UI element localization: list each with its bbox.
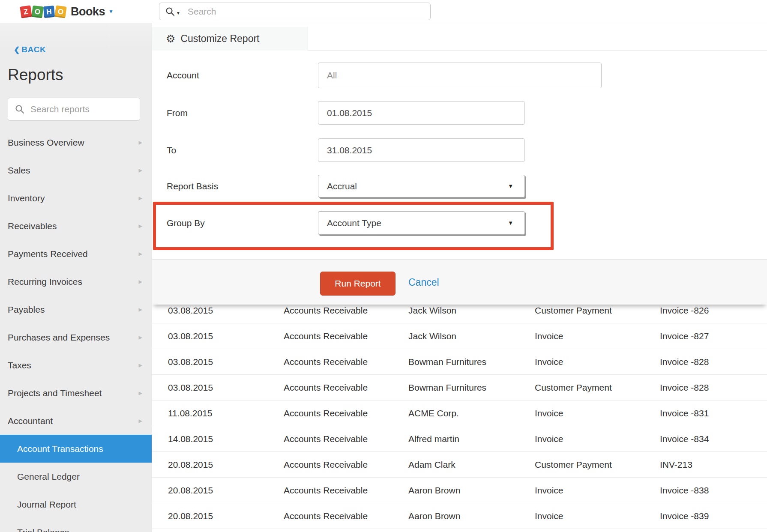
cell-reference: Invoice -838 [660,485,767,496]
zoho-logo-tiles: ZOHO [21,6,67,18]
cell-contact: Alfred martin [408,434,535,444]
sidebar-category-label: Projects and Timesheet [8,388,138,398]
chevron-right-icon: ▸ [138,333,142,342]
sidebar-item-business-overview[interactable]: Business Overview ▸ [0,129,152,156]
sidebar-category-label: Sales [8,165,138,176]
cancel-link[interactable]: Cancel [408,260,439,305]
sidebar-item-inventory[interactable]: Inventory ▸ [0,184,152,212]
logo-tile: O [31,5,43,18]
cell-account: Accounts Receivable [284,383,408,393]
back-chevron-icon: ❮ [14,45,20,54]
table-row[interactable]: 20.08.2015 Accounts Receivable Aaron Bro… [152,503,767,529]
sidebar-category-label: Inventory [8,193,138,203]
report-basis-value: Accrual [327,181,508,191]
cell-reference: INV-213 [660,460,767,470]
sidebar-category-label: Payments Received [8,249,138,259]
sidebar-item-general-ledger[interactable]: General Ledger [0,463,152,490]
cell-account: Accounts Receivable [284,511,408,521]
sidebar-category-label: Receivables [8,221,138,231]
cell-date: 20.08.2015 [168,460,284,470]
table-row[interactable]: 20.08.2015 Accounts Receivable Aaron Bro… [152,478,767,503]
sidebar-item-projects-and-timesheet[interactable]: Projects and Timesheet ▸ [0,379,152,407]
sidebar-item-taxes[interactable]: Taxes ▸ [0,351,152,379]
sidebar-item-purchases-and-expenses[interactable]: Purchases and Expenses ▸ [0,323,152,351]
sidebar-item-recurring-invoices[interactable]: Recurring Invoices ▸ [0,268,152,296]
chevron-right-icon: ▸ [138,416,142,425]
report-basis-select[interactable]: Accrual ▼ [318,175,525,197]
sidebar-item-account-transactions[interactable]: Account Transactions [0,435,152,463]
back-link[interactable]: ❮ BACK [14,44,46,56]
sidebar-category-label: Recurring Invoices [8,277,138,287]
chevron-right-icon: ▸ [138,305,142,314]
gear-icon: ⚙ [166,33,175,44]
cell-account: Accounts Receivable [284,305,408,316]
cell-contact: Aaron Brown [408,511,535,521]
sidebar-nav: Business Overview ▸ Sales ▸ Inventory ▸ … [0,129,152,532]
cell-reference: Invoice -831 [660,408,767,418]
cell-account: Accounts Receivable [284,408,408,418]
to-label: To [167,145,176,155]
cell-date: 03.08.2015 [168,357,284,367]
reports-sidebar: ❮ BACK Reports Business Overview ▸ Sales… [0,23,152,532]
logo-tile: H [43,5,55,18]
cell-reference: Invoice -834 [660,434,767,444]
report-basis-label: Report Basis [167,181,218,191]
reports-search-input[interactable] [8,98,140,121]
sidebar-item-receivables[interactable]: Receivables ▸ [0,212,152,240]
table-row[interactable]: 14.08.2015 Accounts Receivable Alfred ma… [152,426,767,452]
sidebar-item-sales[interactable]: Sales ▸ [0,156,152,184]
cell-date: 03.08.2015 [168,305,284,316]
chevron-right-icon: ▸ [138,166,142,175]
customize-report-tab[interactable]: ⚙ Customize Report [152,27,308,51]
cell-date: 14.08.2015 [168,434,284,444]
cell-contact: Aaron Brown [408,485,535,496]
run-report-button[interactable]: Run Report [320,272,395,296]
sidebar-item-payments-received[interactable]: Payments Received ▸ [0,240,152,268]
sidebar-subitem-label: Trial Balance [17,527,69,532]
sidebar-subitem-label: General Ledger [17,472,80,482]
cell-date: 11.08.2015 [168,408,284,418]
global-search-input[interactable] [159,3,431,20]
to-date-input[interactable] [318,138,525,162]
cell-type: Customer Payment [535,460,660,470]
table-row[interactable]: 20.08.2015 Accounts Receivable Adam Clar… [152,452,767,478]
search-scope-caret-icon[interactable]: ▼ [176,11,180,15]
table-row[interactable]: 03.08.2015 Accounts Receivable Bowman Fu… [152,349,767,375]
brand-caret-down-icon[interactable]: ▼ [108,9,114,15]
cell-account: Accounts Receivable [284,331,408,341]
sidebar-category-label: Accountant [8,416,138,426]
sidebar-title: Reports [8,66,63,84]
cell-date: 03.08.2015 [168,383,284,393]
table-row[interactable]: 03.08.2015 Accounts Receivable Jack Wils… [152,323,767,349]
sidebar-subitem-label: Account Transactions [17,444,103,454]
table-row[interactable]: 03.08.2015 Accounts Receivable Bowman Fu… [152,375,767,400]
logo-tile: O [54,5,67,18]
table-row[interactable]: 11.08.2015 Accounts Receivable ACME Corp… [152,400,767,426]
cell-contact: Adam Clark [408,460,535,470]
cell-reference: Invoice -839 [660,511,767,521]
cell-contact: ACME Corp. [408,408,535,418]
panel-title: Customize Report [180,33,259,45]
chevron-right-icon: ▸ [138,361,142,370]
cell-reference: Invoice -828 [660,357,767,367]
cell-contact: Bowman Furnitures [408,383,535,393]
sidebar-category-label: Purchases and Expenses [8,332,138,343]
zoho-books-logo[interactable]: ZOHO Books ▼ [21,0,114,23]
sidebar-category-label: Payables [8,305,138,315]
global-search: ▼ [159,3,431,20]
account-input[interactable] [318,63,602,88]
sidebar-item-accountant[interactable]: Accountant ▸ [0,407,152,435]
sidebar-item-journal-report[interactable]: Journal Report [0,490,152,518]
transactions-table: 03.08.2015 Accounts Receivable Jack Wils… [152,298,767,529]
cell-account: Accounts Receivable [284,434,408,444]
from-date-input[interactable] [318,101,525,125]
sidebar-item-payables[interactable]: Payables ▸ [0,296,152,323]
chevron-right-icon: ▸ [138,277,142,286]
sidebar-item-trial-balance[interactable]: Trial Balance [0,518,152,532]
main-content: ⚙ Customize Report Account From To Repor… [152,23,767,532]
logo-tile: Z [20,5,32,18]
group-by-select[interactable]: Account Type ▼ [318,211,525,235]
cell-contact: Jack Wilson [408,305,535,316]
search-icon [15,104,25,114]
cell-type: Customer Payment [535,305,660,316]
